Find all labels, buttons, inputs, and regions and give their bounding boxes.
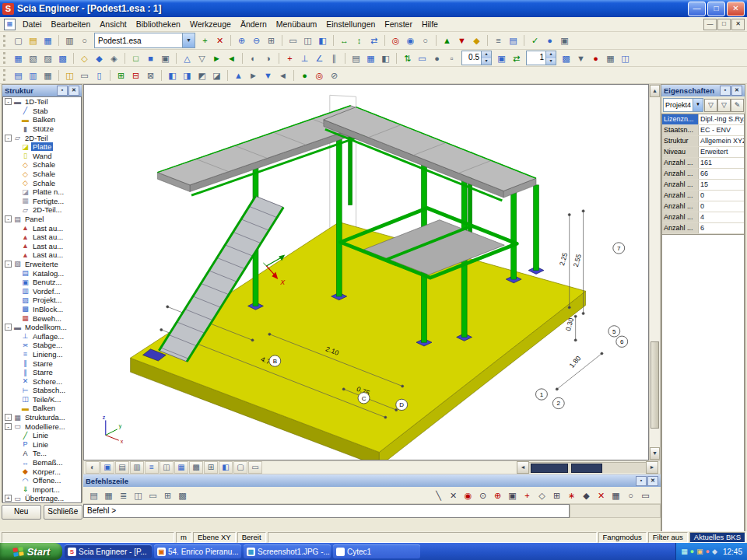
snap-toolbar-icon[interactable]: ∗ (564, 488, 579, 502)
property-row[interactable]: Anzahl ... 66 (662, 169, 744, 180)
toolbar-icon[interactable]: ■ (143, 51, 158, 65)
minimize-button[interactable]: — (688, 2, 706, 16)
toolbar-icon[interactable]: ▲ (231, 68, 246, 82)
scroll-left-icon[interactable]: ◄ (517, 461, 529, 474)
toolbar-icon[interactable]: ⊠ (143, 68, 158, 82)
property-value[interactable]: 4 (699, 212, 744, 222)
toolbar-icon[interactable] (224, 68, 231, 82)
toolbar-icon[interactable]: ● (297, 68, 312, 82)
toolbar-icon[interactable]: ◫ (618, 51, 633, 65)
toolbar-icon[interactable] (290, 68, 297, 82)
tree-item[interactable]: ▬ Balken (3, 404, 81, 413)
toolbar-icon[interactable]: ▣ (557, 33, 572, 47)
toolbar-icon[interactable]: ▲ (440, 33, 454, 47)
toolbar-icon[interactable]: ● (588, 51, 603, 65)
project-file-combobox[interactable]: Podest1.esa ▼ (94, 33, 195, 48)
tree-item[interactable]: ▲ Last au... (3, 223, 81, 233)
toolbar-icon[interactable] (227, 33, 234, 47)
menu-item[interactable]: Bearbeiten (47, 18, 96, 30)
tree-item[interactable]: + ▭ Übertrage... (3, 494, 81, 503)
tree-item[interactable]: ◇ Schale (3, 178, 81, 187)
tree-expander-icon[interactable] (12, 387, 19, 394)
close-icon[interactable]: ✕ (731, 86, 742, 96)
snap-toolbar-icon[interactable]: ⊕ (490, 488, 505, 502)
toolbar-icon[interactable]: ≡ (491, 33, 506, 47)
filter-icon-button[interactable]: ✎ (731, 99, 744, 112)
tree-expander-icon[interactable] (12, 468, 19, 475)
tree-item[interactable]: - ▬ 1D-Teil (3, 97, 81, 107)
tree-expander-icon[interactable]: - (5, 261, 12, 268)
snap-toolbar-icon[interactable]: ⊙ (475, 488, 490, 502)
scroll-up-icon[interactable]: ▲ (650, 85, 660, 97)
toolbar-icon[interactable]: ⊥ (297, 51, 312, 65)
toolbar-icon[interactable]: ▭ (286, 33, 300, 47)
tree-expander-icon[interactable] (12, 170, 19, 177)
tree-item[interactable]: ▦ Fertigte... (3, 197, 81, 206)
toolbar-icon[interactable]: ⊞ (114, 68, 128, 82)
toolbar-icon[interactable] (239, 51, 246, 65)
toolbar-icon[interactable]: ⇅ (400, 51, 415, 65)
toolbar-icon[interactable]: ▤ (349, 51, 363, 65)
tree-expander-icon[interactable]: - (5, 414, 12, 421)
toolbar-icon[interactable]: ◇ (77, 51, 92, 65)
spin-down-icon[interactable]: ▾ (482, 58, 491, 65)
status-unit[interactable]: m (176, 532, 191, 543)
horizontal-scrollbar[interactable]: ◄ ► (517, 462, 658, 473)
snap-toolbar-icon[interactable]: ◆ (579, 488, 594, 502)
tree-item[interactable]: ▮ Stütze (3, 124, 81, 134)
view-toolbar-icon[interactable]: ▥ (130, 461, 144, 474)
tray-icon[interactable]: ▣ (696, 547, 703, 556)
tree-item[interactable]: ╱ Linie (3, 431, 81, 440)
property-value[interactable]: 15 (699, 180, 744, 190)
view-toolbar-icon[interactable]: ◧ (219, 461, 233, 474)
tree-expander-icon[interactable]: + (5, 495, 12, 502)
toolbar-icon[interactable]: ▭ (415, 51, 430, 65)
toolbar-icon[interactable]: ↕ (352, 33, 366, 47)
snap-toolbar-icon[interactable]: ▦ (608, 488, 623, 502)
tree-item[interactable]: A Te... (3, 449, 81, 458)
mdi-close-button[interactable]: ✕ (731, 19, 745, 30)
tree-item[interactable]: ▣ Benutz... (3, 278, 81, 287)
toolbar-icon[interactable] (521, 33, 528, 47)
tree-expander-icon[interactable]: - (5, 423, 12, 430)
tree-item[interactable]: ▦ Beweh... (3, 313, 81, 323)
toolbar-grip[interactable] (3, 52, 8, 64)
tree-expander-icon[interactable] (12, 125, 19, 132)
tree-item[interactable]: ≡ Linieng... (3, 350, 81, 359)
toolbar-icon[interactable]: + (198, 33, 212, 47)
start-button[interactable]: Start (0, 543, 62, 560)
filter-icon-button[interactable]: ▽ (704, 99, 717, 112)
snap-toolbar-icon[interactable]: ⊞ (549, 488, 564, 502)
tree-expander-icon[interactable] (12, 486, 19, 493)
property-row[interactable]: Anzahl ... 4 (662, 212, 744, 223)
property-row[interactable]: Anzahl ... 0 (662, 201, 744, 212)
tree-expander-icon[interactable] (12, 450, 19, 457)
snap-toolbar-icon[interactable]: + (520, 488, 535, 502)
toolbar-grip[interactable] (3, 35, 8, 47)
scrollbar-thumb[interactable] (531, 464, 568, 473)
toolbar-icon[interactable]: ∥ (327, 51, 342, 65)
tray-icon[interactable]: ● (690, 547, 694, 556)
toolbar-icon[interactable] (107, 68, 114, 82)
scale-spinner-2[interactable]: 1 ▴▾ (526, 51, 556, 65)
chevron-down-icon[interactable]: ▼ (182, 33, 195, 47)
tree-item[interactable]: ≍ Stabge... (3, 341, 81, 350)
property-row[interactable]: Staatsn... EC - ENV (662, 125, 744, 136)
toolbar-icon[interactable]: ◨ (180, 68, 195, 82)
filter-icon-button[interactable]: ▽ (717, 99, 731, 112)
property-value[interactable]: 6 (699, 223, 744, 233)
toolbar-icon[interactable] (484, 33, 491, 47)
property-row[interactable]: Niveau Erweitert (662, 147, 744, 158)
schliessen-button[interactable]: Schließe (44, 505, 83, 520)
toolbar-icon[interactable]: ● (542, 33, 557, 47)
tree-item[interactable]: ▲ Last au... (3, 233, 81, 242)
toolbar-icon[interactable] (55, 68, 62, 82)
walkway-deck-right[interactable] (324, 107, 536, 201)
tree-expander-icon[interactable] (12, 198, 19, 205)
toolbar-icon[interactable]: ✕ (212, 33, 227, 47)
tree-expander-icon[interactable] (12, 233, 19, 240)
toolbar-icon[interactable]: ○ (418, 33, 433, 47)
snap-toolbar-icon[interactable]: ◉ (461, 488, 475, 502)
snap-toolbar-icon[interactable]: ◇ (535, 488, 549, 502)
toolbar-icon[interactable]: ◆ (469, 33, 484, 47)
